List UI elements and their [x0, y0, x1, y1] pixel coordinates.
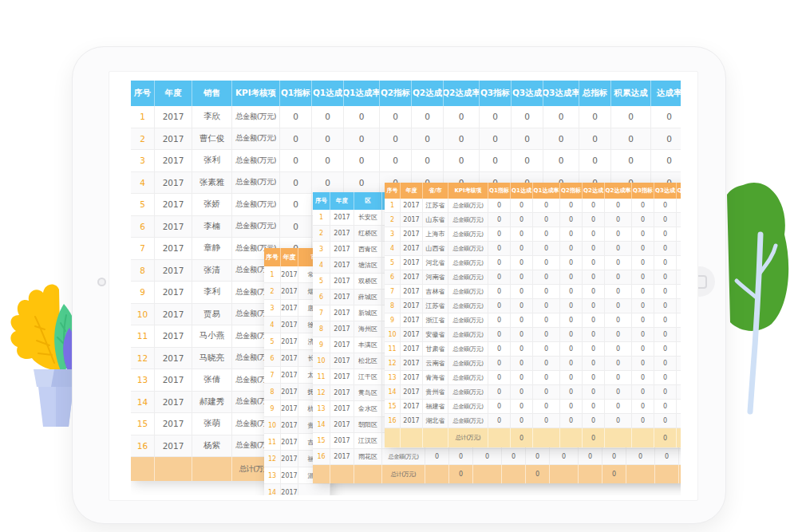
table-row: 22017曹仁俊总金额(万元)000000000000 — [131, 128, 681, 151]
cell-value: 0 — [412, 128, 444, 151]
header-cell: 总指标 — [579, 81, 611, 106]
header-cell: Q2指标 — [380, 81, 412, 106]
cell-value: 0 — [488, 256, 511, 270]
cell-value: 0 — [511, 357, 533, 371]
table-row: 132017青海省总金额(万元)000000000 — [385, 371, 681, 385]
cell-value: 0 — [533, 270, 560, 285]
header-cell: Q3达成 — [512, 81, 543, 106]
cell-value: 0 — [654, 357, 677, 371]
cell-value: 0 — [677, 414, 681, 428]
cell-no: 8 — [131, 260, 155, 282]
cell-value: 0 — [488, 285, 511, 299]
cell-value: 0 — [579, 150, 611, 172]
cell-no: 8 — [313, 321, 330, 337]
cell-value: 0 — [655, 449, 679, 465]
cell-name: 山东省 — [423, 213, 448, 227]
cell-name: 江苏省 — [423, 199, 448, 213]
cell-value: 0 — [425, 449, 449, 465]
cell-no: 7 — [264, 367, 281, 384]
cell-kpi: 总金额(万元) — [448, 357, 488, 371]
cell-value: 0 — [605, 227, 632, 242]
cell-value: 0 — [654, 199, 677, 213]
cell-year: 2017 — [155, 106, 192, 128]
cell-value: 0 — [583, 414, 605, 428]
cell-value: 0 — [583, 313, 605, 328]
cell-no: 15 — [385, 400, 401, 414]
cell-value: 0 — [605, 270, 632, 285]
total-value — [632, 428, 654, 447]
cell-value: 0 — [632, 227, 654, 242]
cell-kpi: 总金额(万元) — [448, 328, 488, 342]
cell-kpi: 总金额(万元) — [448, 213, 488, 227]
table-row: 162017湖北省总金额(万元)000000000 — [385, 414, 681, 428]
cell-value: 0 — [605, 242, 632, 256]
cell-year: 2017 — [401, 313, 423, 328]
cell-no: 3 — [385, 227, 401, 242]
cell-value: 0 — [488, 227, 511, 242]
cell-value: 0 — [511, 213, 533, 227]
cell-no: 6 — [385, 270, 401, 285]
cell-no: 8 — [264, 384, 281, 400]
cell-name: 河南省 — [423, 270, 448, 285]
table-row: 42017山西省总金额(万元)000000000 — [385, 242, 681, 256]
cell-year: 2017 — [330, 401, 354, 417]
cell-no: 6 — [313, 290, 330, 305]
cell-value: 0 — [533, 256, 560, 270]
header-cell: Q2达成 — [412, 81, 444, 106]
cell-value: 0 — [344, 150, 380, 172]
cell-kpi: 总金额(万元) — [232, 194, 280, 216]
cell-value: 0 — [654, 242, 677, 256]
cell-value: 0 — [654, 299, 677, 313]
cell-year: 2017 — [330, 449, 354, 465]
cell-value: 0 — [677, 256, 681, 270]
cell-kpi: 总金额(万元) — [448, 285, 488, 299]
cell-year: 2017 — [330, 337, 354, 353]
header-cell: Q3指标 — [480, 81, 512, 106]
cell-no: 11 — [385, 342, 401, 357]
cell-no: 6 — [264, 350, 281, 367]
cell-year: 2017 — [155, 260, 192, 282]
total-value — [533, 428, 560, 447]
cell-value: 0 — [526, 449, 550, 465]
cell-value: 0 — [380, 128, 412, 151]
header-cell: 序号 — [131, 81, 155, 106]
table-row: 92017浙江省总金额(万元)000000000 — [385, 313, 681, 328]
cell-no: 12 — [264, 451, 281, 467]
table-row: 82017江苏省总金额(万元)000000000 — [385, 299, 681, 313]
cell-value: 0 — [560, 199, 583, 213]
total-value — [626, 465, 655, 483]
total-value — [502, 465, 526, 483]
total-value — [423, 428, 448, 447]
cell-name: 薛城区 — [354, 290, 382, 305]
cell-value: 0 — [632, 328, 654, 342]
cell-year: 2017 — [330, 226, 354, 242]
cell-value: 0 — [632, 400, 654, 414]
total-value: 0 — [526, 465, 550, 483]
cell-year: 2017 — [281, 451, 298, 467]
cell-name: 郝建秀 — [192, 392, 232, 414]
cell-no: 15 — [131, 413, 155, 435]
cell-year: 2017 — [155, 304, 192, 326]
cell-value: 0 — [605, 385, 632, 400]
cell-value: 0 — [677, 328, 681, 342]
cell-no: 10 — [385, 328, 401, 342]
cell-value: 0 — [533, 285, 560, 299]
cell-no: 1 — [313, 210, 330, 226]
cell-name: 吉林省 — [423, 285, 448, 299]
cell-name: 江苏省 — [423, 299, 448, 313]
cell-name: 曹仁俊 — [192, 128, 232, 151]
cell-value: 0 — [488, 313, 511, 328]
cell-value: 0 — [677, 313, 681, 328]
cell-name: 金水区 — [354, 401, 382, 417]
cell-year: 2017 — [401, 199, 423, 213]
cell-name: 江汉区 — [354, 433, 382, 449]
cell-value: 0 — [677, 342, 681, 357]
cell-value: 0 — [488, 400, 511, 414]
cell-value: 0 — [654, 414, 677, 428]
cell-value: 0 — [677, 270, 681, 285]
cell-no: 12 — [385, 357, 401, 371]
cell-year: 2017 — [401, 385, 423, 400]
cell-value: 0 — [632, 357, 654, 371]
table-row: 162017雨花区总金额(万元)000000000000 — [313, 449, 681, 465]
cell-value: 0 — [511, 199, 533, 213]
